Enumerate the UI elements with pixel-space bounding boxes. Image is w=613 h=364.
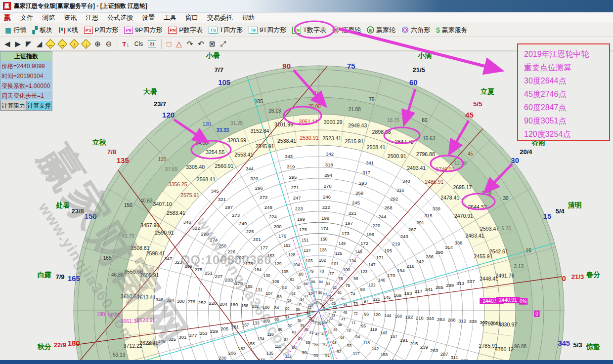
toolbar-button-calendar[interactable]: 21 bbox=[145, 40, 159, 48]
svg-text:37.50: 37.50 bbox=[165, 166, 177, 172]
menu-item-公式选股[interactable]: 公式选股 bbox=[103, 12, 137, 23]
toolbar-button-sectors[interactable]: ▞板块 bbox=[29, 25, 55, 36]
toolbar-button-winner-wheel[interactable]: B赢家轮 bbox=[364, 25, 398, 36]
toolbar-button-t-number-table[interactable]: TNT数字表 bbox=[289, 25, 329, 36]
svg-text:立夏: 立夏 bbox=[480, 87, 494, 95]
svg-text:349: 349 bbox=[158, 338, 166, 344]
menu-item-交易委托[interactable]: 交易委托 bbox=[203, 12, 237, 23]
menu-item-窗口[interactable]: 窗口 bbox=[181, 12, 203, 23]
svg-text:22/9: 22/9 bbox=[54, 341, 66, 349]
svg-text:9.38: 9.38 bbox=[482, 191, 492, 196]
svg-text:296: 296 bbox=[255, 185, 263, 191]
toolbar-button-page-up[interactable]: ◤ bbox=[23, 39, 34, 49]
menu-item-浏览[interactable]: 浏览 bbox=[38, 12, 59, 23]
svg-text:105: 105 bbox=[218, 78, 230, 86]
svg-text:81: 81 bbox=[290, 277, 295, 282]
toolbar-button-hexagon[interactable]: 六角形 bbox=[398, 25, 433, 36]
toolbar-button-zoom-out[interactable]: ⊖ bbox=[103, 39, 115, 49]
menu-item-资讯[interactable]: 资讯 bbox=[59, 12, 81, 23]
svg-text:15: 15 bbox=[543, 212, 552, 220]
svg-text:5/5: 5/5 bbox=[473, 100, 482, 108]
toolbar-button-pan-left[interactable]: ← bbox=[44, 40, 56, 48]
calc-support-button[interactable]: 计算支撑 bbox=[26, 101, 52, 111]
svg-text:68: 68 bbox=[332, 340, 336, 345]
svg-text:2500.91: 2500.91 bbox=[388, 153, 406, 159]
svg-text:21.88: 21.88 bbox=[349, 107, 361, 112]
chart-canvas[interactable]: 1234567891011121314151617181920212223242… bbox=[0, 51, 613, 360]
svg-text:2560.91: 2560.91 bbox=[215, 163, 233, 169]
toolbar-button-next[interactable]: ▶ bbox=[13, 39, 24, 49]
taskbar-strip bbox=[0, 360, 613, 364]
calc-resistance-button[interactable]: 计算阻力 bbox=[0, 101, 26, 111]
svg-text:53.13: 53.13 bbox=[113, 352, 125, 358]
svg-text:201: 201 bbox=[253, 237, 261, 242]
triangle-tool-icon: △ bbox=[176, 40, 182, 48]
svg-text:60: 60 bbox=[409, 78, 418, 86]
svg-text:44: 44 bbox=[328, 330, 332, 335]
svg-text:124: 124 bbox=[349, 258, 356, 263]
menu-item-江恩[interactable]: 江恩 bbox=[81, 12, 103, 23]
svg-text:145: 145 bbox=[384, 295, 391, 300]
toolbar-button-triangle-tool[interactable]: △ bbox=[174, 39, 184, 49]
svg-text:132: 132 bbox=[252, 304, 259, 309]
svg-text:30: 30 bbox=[503, 196, 509, 201]
svg-text:181: 181 bbox=[231, 324, 239, 329]
toolbar-button-quotes[interactable]: ▦行情 bbox=[2, 25, 29, 36]
svg-text:6: 6 bbox=[318, 301, 320, 305]
svg-text:150: 150 bbox=[124, 202, 132, 208]
toolbar-button-gann-wheel[interactable]: 江恩轮 bbox=[329, 25, 364, 36]
toolbar-button-p-square[interactable]: PSP四方形 bbox=[81, 25, 122, 36]
toolbar-button-cls[interactable]: Cls bbox=[132, 40, 145, 48]
svg-text:2545.91: 2545.91 bbox=[256, 143, 274, 149]
toolbar-button-9p-square[interactable]: P99P四方形 bbox=[121, 25, 165, 36]
svg-text:158: 158 bbox=[248, 341, 255, 346]
toolbar-button-time-axis[interactable]: T↓ bbox=[120, 39, 131, 48]
toolbar-button-zoom-in[interactable]: ⊕ bbox=[92, 39, 103, 49]
toolbar-button-rotate-ccw[interactable]: ↶ bbox=[195, 39, 207, 49]
menu-item-工具[interactable]: 工具 bbox=[159, 12, 181, 23]
toolbar-button-p-number-table[interactable]: PNP数字表 bbox=[165, 25, 206, 36]
svg-text:49: 49 bbox=[343, 303, 347, 308]
t-square-label: T四方形 bbox=[219, 26, 243, 35]
symbol-info-panel: 上证指数 价格=2440.9099时间=20190104变换系数=1.00000… bbox=[0, 51, 52, 111]
svg-text:34.38: 34.38 bbox=[195, 140, 208, 146]
svg-text:316: 316 bbox=[396, 187, 404, 193]
svg-text:321: 321 bbox=[218, 197, 226, 202]
toolbar-button-t-square[interactable]: TST四方形 bbox=[206, 25, 246, 36]
svg-text:107: 107 bbox=[265, 291, 272, 296]
toolbar-button-winner-service[interactable]: $赢家服务 bbox=[433, 25, 471, 36]
svg-text:246: 246 bbox=[323, 194, 331, 200]
toolbar-button-delete-box[interactable]: ⊠ bbox=[207, 39, 218, 49]
svg-text:3152.84: 3152.84 bbox=[250, 128, 269, 134]
toolbar-button-pan-up[interactable]: ↑ bbox=[68, 40, 80, 48]
svg-text:339: 339 bbox=[433, 206, 440, 211]
square-tool-icon: □ bbox=[167, 40, 171, 48]
toolbar-button-pan-right[interactable]: → bbox=[56, 40, 68, 48]
svg-text:31.25: 31.25 bbox=[230, 121, 243, 126]
toolbar-button-square-tool[interactable]: □ bbox=[164, 39, 174, 48]
toolbar-button-9t-square[interactable]: T99T四方形 bbox=[246, 25, 289, 36]
toolbar-button-page-down[interactable]: ◢ bbox=[34, 39, 45, 49]
toolbar-button-kline[interactable]: K线 bbox=[55, 25, 81, 36]
p-number-table-icon: PN bbox=[168, 27, 177, 34]
svg-text:253: 253 bbox=[200, 330, 208, 336]
svg-text:336: 336 bbox=[469, 319, 477, 324]
svg-text:2493.41: 2493.41 bbox=[407, 165, 426, 171]
svg-text:2440.91: 2440.91 bbox=[499, 297, 517, 303]
svg-text:7/9: 7/9 bbox=[55, 273, 64, 281]
toolbar-button-prev[interactable]: ◀ bbox=[2, 39, 13, 49]
svg-text:2695.17: 2695.17 bbox=[453, 184, 472, 190]
svg-text:77: 77 bbox=[329, 271, 334, 276]
svg-text:244: 244 bbox=[378, 214, 386, 219]
toolbar-button-pan-down[interactable]: ↓ bbox=[80, 40, 92, 48]
svg-text:142: 142 bbox=[372, 346, 379, 351]
menu-item-文件[interactable]: 文件 bbox=[16, 12, 38, 23]
toolbar-button-fit-view[interactable]: ⤢ bbox=[218, 39, 228, 49]
menu-item-设置[interactable]: 设置 bbox=[137, 12, 159, 23]
svg-text:2847.73: 2847.73 bbox=[395, 139, 414, 145]
svg-text:111: 111 bbox=[275, 344, 281, 349]
toolbar-button-rotate-cw[interactable]: ↷ bbox=[184, 39, 196, 49]
svg-text:93: 93 bbox=[347, 343, 352, 348]
menu-item-帮助[interactable]: 帮助 bbox=[237, 12, 259, 23]
svg-text:惊蛰: 惊蛰 bbox=[586, 343, 600, 351]
